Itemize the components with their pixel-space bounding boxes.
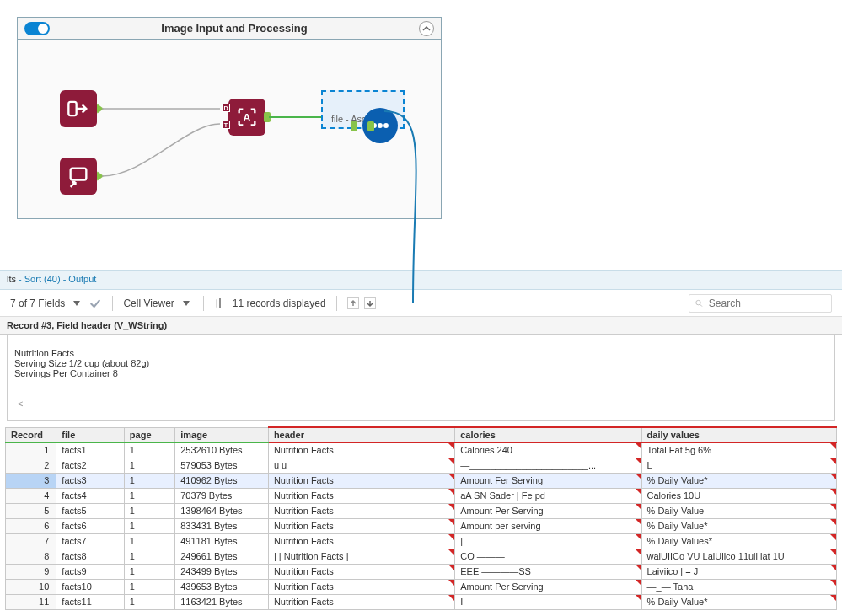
table-cell[interactable]: EEE ————SS [455,564,641,579]
image-input-tool[interactable] [60,90,97,127]
table-cell[interactable]: 1 [124,488,174,503]
table-cell[interactable]: 4 [6,488,56,503]
output-anchor-icon[interactable] [97,171,104,181]
table-cell[interactable]: 1 [124,458,174,473]
table-cell[interactable]: 2 [6,458,56,473]
table-cell[interactable]: 1 [6,442,56,458]
table-cell[interactable]: | [455,533,641,549]
table-row[interactable]: 7facts71491181 BytesNutrition Facts|% Da… [6,533,837,549]
table-cell[interactable]: 1 [124,549,174,564]
table-cell[interactable]: —_— Taha [641,579,836,594]
table-row[interactable]: 4facts4170379 BytesNutrition FactsaA SN … [6,488,837,503]
table-row[interactable]: 1facts112532610 BytesNutrition FactsCalo… [6,442,837,458]
col-file[interactable]: file [56,427,124,442]
table-row[interactable]: 11facts1111163421 BytesNutrition FactsI%… [6,594,837,609]
table-cell[interactable]: 1 [124,518,174,533]
table-cell[interactable]: facts3 [56,473,124,488]
table-cell[interactable]: 1 [124,564,174,579]
table-cell[interactable]: 1398464 Bytes [175,503,269,518]
table-cell[interactable]: Nutrition Facts [268,488,454,503]
table-row[interactable]: 5facts511398464 BytesNutrition FactsAmou… [6,503,837,518]
output-anchor-icon[interactable] [97,104,104,114]
table-cell[interactable]: facts9 [56,564,124,579]
table-cell[interactable]: % Daily Value* [641,473,836,488]
table-cell[interactable]: facts5 [56,503,124,518]
table-cell[interactable]: Nutrition Facts [268,473,454,488]
col-daily-values[interactable]: daily values [641,427,836,442]
table-cell[interactable]: walUIICo VU LalUlico 11ull iat 1U [641,549,836,564]
table-cell[interactable]: facts8 [56,549,124,564]
table-cell[interactable]: facts2 [56,458,124,473]
table-row[interactable]: 6facts61833431 BytesNutrition FactsAmoun… [6,518,837,533]
table-cell[interactable]: Nutrition Facts [268,442,454,458]
table-cell[interactable]: facts7 [56,533,124,549]
table-row[interactable]: 8facts81249661 Bytes| | Nutrition Facts … [6,549,837,564]
search-input[interactable] [707,297,826,310]
table-cell[interactable]: facts10 [56,579,124,594]
table-cell[interactable]: 579053 Bytes [175,458,269,473]
table-cell[interactable]: 1163421 Bytes [175,594,269,609]
table-cell[interactable]: Amount per serving [455,518,641,533]
input-anchor-icon[interactable] [351,121,357,131]
table-cell[interactable]: facts11 [56,594,124,609]
table-cell[interactable]: 7 [6,533,56,549]
metadata-icon[interactable] [214,297,228,310]
results-table[interactable]: Record file page image header calories d… [5,426,837,610]
table-cell[interactable]: 1 [124,473,174,488]
table-row[interactable]: 2facts21579053 Bytesu u—________________… [6,458,837,473]
table-cell[interactable]: Nutrition Facts [268,564,454,579]
col-calories[interactable]: calories [455,427,641,442]
table-cell[interactable]: Total Fat 5g 6% [641,442,836,458]
table-cell[interactable]: % Daily Value* [641,594,836,609]
table-cell[interactable]: Nutrition Facts [268,503,454,518]
table-cell[interactable]: 8 [6,549,56,564]
table-cell[interactable]: 3 [6,473,56,488]
table-cell[interactable]: 1 [124,594,174,609]
table-cell[interactable]: 11 [6,594,56,609]
table-cell[interactable]: 1 [124,442,174,458]
table-cell[interactable]: CO ——— [455,549,641,564]
table-cell[interactable]: 9 [6,564,56,579]
table-cell[interactable]: % Daily Value* [641,518,836,533]
output-anchor-icon[interactable] [367,121,374,131]
image-template-tool[interactable] [60,158,97,195]
table-cell[interactable]: I [455,594,641,609]
table-cell[interactable]: 1 [124,579,174,594]
container-toggle[interactable] [24,22,50,35]
col-header[interactable]: header [268,427,454,442]
table-cell[interactable]: 6 [6,518,56,533]
table-cell[interactable]: Nutrition Facts [268,533,454,549]
table-row[interactable]: 9facts91243499 BytesNutrition FactsEEE —… [6,564,837,579]
table-cell[interactable]: Nutrition Facts [268,594,454,609]
table-row[interactable]: 3facts31410962 BytesNutrition FactsAmoun… [6,473,837,488]
table-cell[interactable]: % Daily Values* [641,533,836,549]
table-cell[interactable]: Amount Per Serving [455,503,641,518]
table-cell[interactable]: 1 [124,533,174,549]
table-cell[interactable]: Amount Per Serving [455,579,641,594]
table-cell[interactable]: Amount Fer Serving [455,473,641,488]
table-cell[interactable]: facts1 [56,442,124,458]
table-cell[interactable]: 439653 Bytes [175,579,269,594]
table-cell[interactable]: | | Nutrition Facts | [268,549,454,564]
table-cell[interactable]: 243499 Bytes [175,564,269,579]
table-cell[interactable]: 2532610 Bytes [175,442,269,458]
output-anchor-icon[interactable] [264,112,271,122]
cell-viewer-scrollbar-icon[interactable]: < [14,399,828,407]
col-record[interactable]: Record [6,427,56,442]
table-cell[interactable]: Nutrition Facts [268,518,454,533]
table-cell[interactable]: facts6 [56,518,124,533]
table-cell[interactable]: 5 [6,503,56,518]
table-cell[interactable]: 833431 Bytes [175,518,269,533]
table-cell[interactable]: 1 [124,503,174,518]
table-cell[interactable]: 410962 Bytes [175,473,269,488]
breadcrumb-output-link[interactable]: Output [68,274,96,284]
table-cell[interactable]: % Daily Value [641,503,836,518]
table-cell[interactable]: aA SN Sader | Fe pd [455,488,641,503]
table-cell[interactable]: 491181 Bytes [175,533,269,549]
col-image[interactable]: image [175,427,269,442]
next-record-button[interactable] [364,297,376,309]
workflow-canvas[interactable]: A D T file - A [18,40,441,218]
table-cell[interactable]: 249661 Bytes [175,549,269,564]
cell-viewer-dropdown[interactable] [183,301,190,306]
table-cell[interactable]: facts4 [56,488,124,503]
